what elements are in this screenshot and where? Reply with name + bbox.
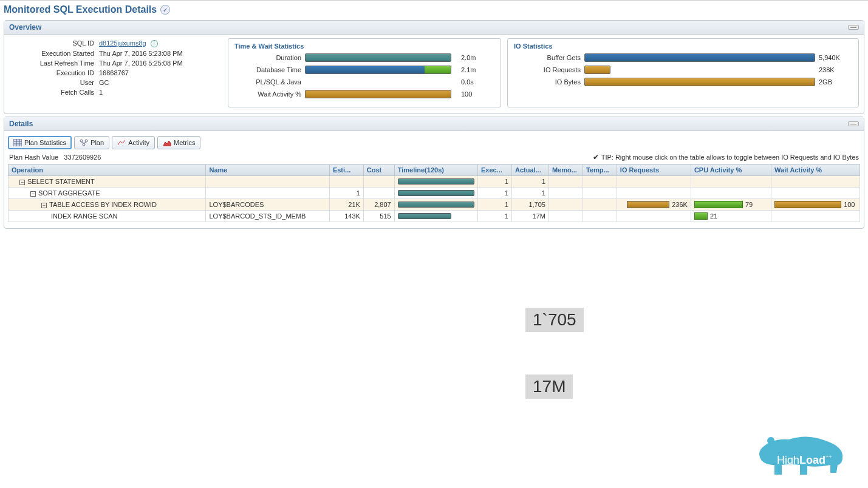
- timeline-cell: [394, 176, 477, 188]
- io-cell: 236K: [617, 199, 691, 211]
- th-actual[interactable]: Actual...: [511, 164, 548, 176]
- th-operation[interactable]: Operation: [9, 164, 206, 176]
- stat-label: IO Requests: [514, 66, 581, 73]
- kv-value: Thu Apr 7, 2016 5:23:08 PM: [99, 50, 183, 57]
- sql-id-value: d8125juxums8g i: [99, 39, 158, 47]
- cost-cell: 515: [363, 211, 394, 222]
- stat-value: 2GB: [819, 78, 852, 86]
- details-panel: Details Plan Statistics Plan Activity Me…: [4, 117, 864, 229]
- th-name[interactable]: Name: [206, 164, 329, 176]
- info-icon[interactable]: i: [151, 40, 158, 47]
- collapse-icon[interactable]: [848, 121, 859, 126]
- th-cost[interactable]: Cost: [363, 164, 394, 176]
- tip-text: ✔TIP: Right mouse click on the table all…: [593, 153, 859, 161]
- th-mem[interactable]: Memo...: [548, 164, 583, 176]
- stat-label: Wait Activity %: [234, 90, 301, 98]
- kv-label: Execution Started: [9, 50, 94, 57]
- tab-plan[interactable]: Plan: [74, 136, 109, 149]
- tab-activity[interactable]: Activity: [112, 136, 155, 149]
- actual-cell: 1: [511, 188, 548, 199]
- overview-header-label: Overview: [9, 23, 41, 32]
- actual-cell: 1: [511, 176, 548, 188]
- op-cell: −SELECT STATEMENT: [9, 176, 206, 188]
- exec-cell: 1: [478, 188, 512, 199]
- stat-label: Buffer Gets: [514, 54, 581, 61]
- name-cell: [206, 176, 329, 188]
- details-tabs: Plan Statistics Plan Activity Metrics: [4, 131, 864, 152]
- details-header: Details: [4, 117, 864, 131]
- op-cell: INDEX RANGE SCAN: [9, 211, 206, 222]
- kv-label: Fetch Calls: [9, 89, 94, 96]
- tab-label: Metrics: [174, 139, 195, 146]
- chart-line-icon: [117, 139, 126, 146]
- chart-area-icon: [163, 139, 171, 146]
- th-cpu[interactable]: CPU Activity %: [691, 164, 771, 176]
- cost-cell: 2,807: [363, 199, 394, 211]
- tree-collapse-icon[interactable]: −: [30, 191, 36, 197]
- page-title: Monitored SQL Execution Details: [4, 4, 157, 15]
- stat-value: 2.1m: [461, 66, 494, 73]
- kv-label: User: [9, 79, 94, 86]
- kv-value: 16868767: [99, 69, 129, 76]
- tree-collapse-icon[interactable]: −: [41, 203, 47, 208]
- svg-line-8: [81, 142, 84, 143]
- stat-value: 2.0m: [461, 54, 494, 61]
- cpu-cell: 79: [691, 199, 771, 211]
- name-cell: LOY$BARCOD_STS_ID_MEMB: [206, 211, 329, 222]
- timeline-cell: [394, 188, 477, 199]
- tab-metrics[interactable]: Metrics: [157, 136, 200, 149]
- table-row[interactable]: −TABLE ACCESS BY INDEX ROWID LOY$BARCODE…: [9, 199, 860, 211]
- th-esti[interactable]: Esti...: [329, 164, 363, 176]
- wait-cell: 100: [771, 199, 860, 211]
- kv-label: Last Refresh Time: [9, 59, 94, 67]
- th-io[interactable]: IO Requests: [617, 164, 691, 176]
- details-header-label: Details: [9, 120, 33, 128]
- stat-label: Database Time: [234, 66, 301, 73]
- stat-value: 100: [461, 90, 494, 98]
- esti-cell: 143K: [329, 211, 363, 222]
- th-timeline[interactable]: Timeline(120s): [394, 164, 477, 176]
- kv-value: 1: [99, 89, 103, 96]
- table-row[interactable]: −SORT AGGREGATE 1 1 1: [9, 188, 860, 199]
- stat-label: PL/SQL & Java: [234, 78, 301, 86]
- tab-label: Activity: [128, 139, 149, 146]
- table-row[interactable]: −SELECT STATEMENT 1 1: [9, 176, 860, 188]
- tab-label: Plan: [91, 139, 104, 146]
- op-cell: −TABLE ACCESS BY INDEX ROWID: [9, 199, 206, 211]
- tab-label: Plan Statistics: [24, 139, 66, 146]
- collapse-icon[interactable]: [848, 25, 859, 30]
- stat-value: 5,940K: [819, 54, 852, 61]
- cost-cell: [363, 188, 394, 199]
- cost-cell: [363, 176, 394, 188]
- tree-collapse-icon[interactable]: −: [19, 180, 25, 185]
- kv-label: SQL ID: [9, 39, 94, 47]
- name-cell: LOY$BARCODES: [206, 199, 329, 211]
- io-statistics: IO Statistics Buffer Gets 5,940K IO Requ…: [507, 38, 859, 107]
- check-icon: ✔: [593, 153, 599, 161]
- svg-line-9: [84, 142, 86, 143]
- op-cell: −SORT AGGREGATE: [9, 188, 206, 199]
- exec-cell: 1: [478, 211, 512, 222]
- timeline-cell: [394, 199, 477, 211]
- overview-panel: Overview SQL ID d8125juxums8g i Executio…: [4, 20, 864, 114]
- th-exec[interactable]: Exec...: [478, 164, 512, 176]
- svg-rect-0: [13, 139, 22, 146]
- cpu-cell: 21: [691, 211, 771, 222]
- sql-properties: SQL ID d8125juxums8g i Execution Started…: [9, 38, 222, 107]
- io-title: IO Statistics: [514, 42, 852, 50]
- name-cell: [206, 188, 329, 199]
- svg-marker-10: [163, 141, 171, 146]
- th-wait[interactable]: Wait Activity %: [771, 164, 860, 176]
- plan-table[interactable]: Operation Name Esti... Cost Timeline(120…: [8, 164, 860, 222]
- sql-id-link[interactable]: d8125juxums8g: [99, 39, 146, 47]
- status-ok-icon: ✓: [160, 5, 170, 15]
- kv-value: Thu Apr 7, 2016 5:25:08 PM: [99, 59, 183, 67]
- svg-point-7: [83, 143, 85, 146]
- grid-icon: [13, 139, 22, 146]
- th-temp[interactable]: Temp...: [583, 164, 617, 176]
- time-wait-title: Time & Wait Statistics: [234, 42, 494, 50]
- table-row[interactable]: INDEX RANGE SCAN LOY$BARCOD_STS_ID_MEMB …: [9, 211, 860, 222]
- tab-plan-statistics[interactable]: Plan Statistics: [8, 136, 72, 149]
- exec-cell: 1: [478, 199, 512, 211]
- exec-cell: 1: [478, 176, 512, 188]
